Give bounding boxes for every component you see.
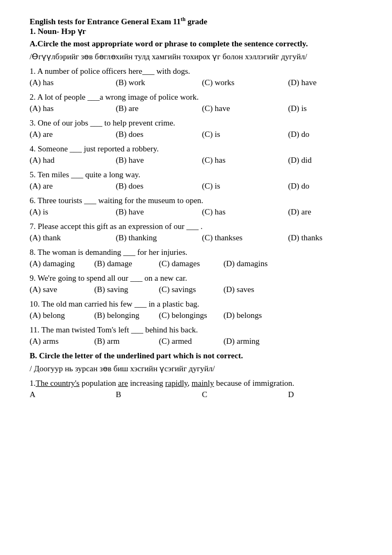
question-7-answers: (A) thank(B) thanking(C) thankses(D) tha… bbox=[30, 233, 362, 242]
question-10-option-3: (D) belongs bbox=[223, 311, 288, 320]
question-9-option-3: (D) saves bbox=[223, 285, 288, 294]
question-9-answers: (A) save(B) saving(C) savings(D) saves bbox=[30, 285, 362, 294]
question-11-option-0: (A) arms bbox=[30, 337, 94, 346]
question-4-option-1: (B) have bbox=[116, 156, 202, 165]
question-11-option-3: (D) arming bbox=[223, 337, 288, 346]
question-2-option-2: (C) have bbox=[202, 104, 288, 113]
question-8-answers: (A) damaging(B) damage(C) damages(D) dam… bbox=[30, 259, 362, 268]
section-b-label-A: A bbox=[30, 390, 116, 399]
question-11-option-1: (B) arm bbox=[94, 337, 159, 346]
page-title: English tests for Entrance General Exam … bbox=[30, 16, 362, 26]
question-5-answers: (A) are(B) does(C) is(D) do bbox=[30, 182, 362, 191]
section-b-labels: ABCD bbox=[30, 390, 362, 399]
instruction-mongolian: /Өгүүлбэрийг зөв бөглөхийн тулд хамгийн … bbox=[30, 52, 362, 61]
question-4-option-0: (A) had bbox=[30, 156, 116, 165]
question-2: 2. A lot of people ___a wrong image of p… bbox=[30, 93, 362, 113]
question-7-option-2: (C) thankses bbox=[202, 233, 288, 242]
question-3-option-0: (A) are bbox=[30, 130, 116, 139]
question-4-option-2: (C) has bbox=[202, 156, 288, 165]
question-1: 1. A number of police officers here___ w… bbox=[30, 67, 362, 87]
question-9-option-2: (C) savings bbox=[159, 285, 223, 294]
question-4: 4. Someone ___ just reported a robbery.(… bbox=[30, 144, 362, 165]
question-8-option-1: (B) damage bbox=[94, 259, 159, 268]
question-9: 9. We're going to spend all our ___ on a… bbox=[30, 274, 362, 294]
question-6-option-2: (C) has bbox=[202, 207, 288, 217]
question-5-text: 5. Ten miles ___ quite a long way. bbox=[30, 170, 362, 179]
section-b-label-C: C bbox=[202, 390, 288, 399]
question-10-option-0: (A) belong bbox=[30, 311, 94, 320]
question-3-option-1: (B) does bbox=[116, 130, 202, 139]
question-2-option-3: (D) is bbox=[288, 104, 374, 113]
question-8-option-2: (C) damages bbox=[159, 259, 223, 268]
question-3-option-2: (C) is bbox=[202, 130, 288, 139]
question-1-option-3: (D) have bbox=[288, 78, 374, 87]
question-6-option-1: (B) have bbox=[116, 207, 202, 217]
question-8-option-3: (D) damagins bbox=[223, 259, 288, 268]
question-1-option-2: (C) works bbox=[202, 78, 288, 87]
question-5-option-0: (A) are bbox=[30, 182, 116, 191]
section-b-q1: 1.The country's population are increasin… bbox=[30, 379, 362, 388]
question-10-text: 10. The old man carried his few ___ in a… bbox=[30, 300, 362, 309]
question-2-answers: (A) has(B) are(C) have(D) is bbox=[30, 104, 362, 113]
question-8: 8. The woman is demanding ___ for her in… bbox=[30, 248, 362, 268]
question-2-option-1: (B) are bbox=[116, 104, 202, 113]
question-6-answers: (A) is(B) have(C) has(D) are bbox=[30, 207, 362, 217]
question-1-option-0: (A) has bbox=[30, 78, 116, 87]
question-2-text: 2. A lot of people ___a wrong image of p… bbox=[30, 93, 362, 102]
question-6: 6. Three tourists ___ waiting for the mu… bbox=[30, 196, 362, 217]
question-11-option-2: (C) armed bbox=[159, 337, 223, 346]
question-4-text: 4. Someone ___ just reported a robbery. bbox=[30, 144, 362, 154]
question-9-option-1: (B) saving bbox=[94, 285, 159, 294]
question-9-text: 9. We're going to spend all our ___ on a… bbox=[30, 274, 362, 283]
question-6-text: 6. Three tourists ___ waiting for the mu… bbox=[30, 196, 362, 205]
question-10: 10. The old man carried his few ___ in a… bbox=[30, 300, 362, 320]
question-9-option-0: (A) save bbox=[30, 285, 94, 294]
instruction-bold: A.Circle the most appropriate word or ph… bbox=[30, 39, 362, 48]
question-6-option-0: (A) is bbox=[30, 207, 116, 217]
section1-title: 1. Noun- Нэр үг bbox=[30, 26, 362, 36]
section-b-title: B. Circle the letter of the underlined p… bbox=[30, 351, 362, 360]
question-7-option-0: (A) thank bbox=[30, 233, 116, 242]
question-5-option-1: (B) does bbox=[116, 182, 202, 191]
question-3-option-3: (D) do bbox=[288, 130, 374, 139]
question-10-option-1: (B) belonging bbox=[94, 311, 159, 320]
question-1-answers: (A) has(B) work(C) works(D) have bbox=[30, 78, 362, 87]
question-11-answers: (A) arms(B) arm(C) armed(D) arming bbox=[30, 337, 362, 346]
question-4-answers: (A) had(B) have(C) has(D) did bbox=[30, 156, 362, 165]
question-10-answers: (A) belong(B) belonging(C) belongings(D)… bbox=[30, 311, 362, 320]
section-b-mongolian: / Доогуур нь зурсан зөв биш хэсгийн үсэг… bbox=[30, 364, 362, 373]
question-7-text: 7. Please accept this gift as an express… bbox=[30, 222, 362, 231]
section-b: B. Circle the letter of the underlined p… bbox=[30, 351, 362, 399]
question-8-text: 8. The woman is demanding ___ for her in… bbox=[30, 248, 362, 257]
question-1-text: 1. A number of police officers here___ w… bbox=[30, 67, 362, 76]
question-2-option-0: (A) has bbox=[30, 104, 116, 113]
question-7: 7. Please accept this gift as an express… bbox=[30, 222, 362, 242]
question-4-option-3: (D) did bbox=[288, 156, 374, 165]
section-b-label-B: B bbox=[116, 390, 202, 399]
question-6-option-3: (D) are bbox=[288, 207, 374, 217]
question-5: 5. Ten miles ___ quite a long way.(A) ar… bbox=[30, 170, 362, 191]
question-3: 3. One of our jobs ___ to help prevent c… bbox=[30, 119, 362, 139]
question-3-text: 3. One of our jobs ___ to help prevent c… bbox=[30, 119, 362, 128]
question-11: 11. The man twisted Tom's left ___ behin… bbox=[30, 325, 362, 346]
question-5-option-2: (C) is bbox=[202, 182, 288, 191]
question-8-option-0: (A) damaging bbox=[30, 259, 94, 268]
question-7-option-3: (D) thanks bbox=[288, 233, 374, 242]
question-3-answers: (A) are(B) does(C) is(D) do bbox=[30, 130, 362, 139]
question-5-option-3: (D) do bbox=[288, 182, 374, 191]
question-7-option-1: (B) thanking bbox=[116, 233, 202, 242]
question-10-option-2: (C) belongings bbox=[159, 311, 223, 320]
section-b-label-D: D bbox=[288, 390, 374, 399]
question-1-option-1: (B) work bbox=[116, 78, 202, 87]
question-11-text: 11. The man twisted Tom's left ___ behin… bbox=[30, 325, 362, 335]
